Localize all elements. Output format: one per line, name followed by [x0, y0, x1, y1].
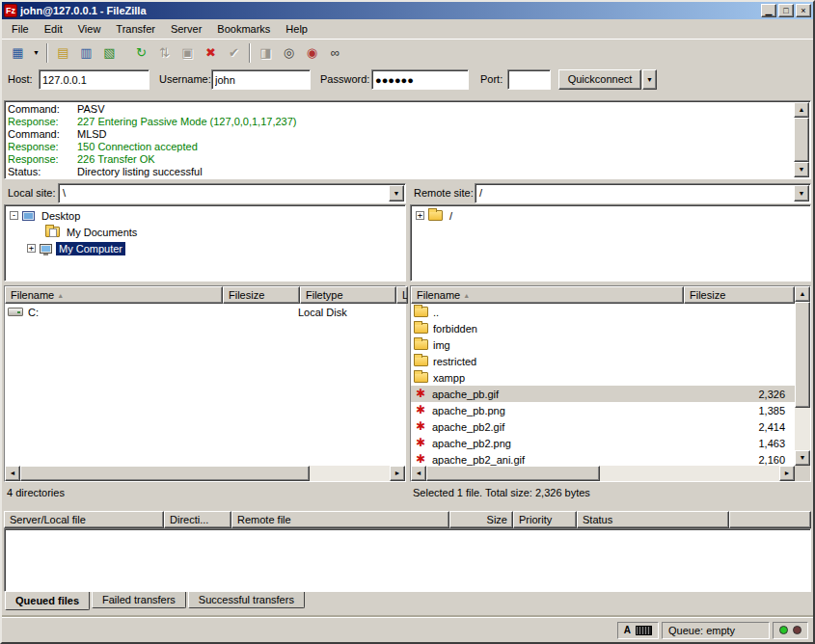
menubar: File Edit View Transfer Server Bookmarks…	[2, 19, 813, 39]
toggle-message-log-button[interactable]: ▤	[52, 42, 74, 64]
column-header-last-modified[interactable]: Last modified	[396, 286, 408, 304]
site-manager-button[interactable]: ▦	[7, 42, 29, 64]
tree-item-my-documents[interactable]: My Documents	[5, 224, 405, 240]
process-queue-button[interactable]: ⇅	[153, 42, 176, 64]
column-label: Filesize	[690, 289, 725, 301]
statusbar: A Queue: empty	[2, 617, 813, 642]
scrollbar-thumb[interactable]	[794, 118, 809, 162]
column-header-direction[interactable]: Directi...	[164, 511, 231, 528]
scroll-down-button[interactable]: ▼	[795, 450, 810, 466]
username-input[interactable]	[211, 69, 311, 90]
menu-server[interactable]: Server	[163, 20, 209, 38]
abort-button[interactable]: ✖	[200, 42, 222, 64]
local-horizontal-scrollbar[interactable]: ◄ ►	[5, 466, 405, 481]
image-file-icon: ✱	[414, 388, 427, 400]
remote-file-row[interactable]: ✱apache_pb2.gif2,414	[411, 418, 795, 435]
remote-vertical-scrollbar[interactable]: ▲ ▼	[795, 286, 810, 466]
tab-queued-files[interactable]: Queued files	[5, 592, 90, 610]
column-header-server-local-file[interactable]: Server/Local file	[4, 511, 164, 528]
column-label: Filesize	[229, 289, 264, 301]
column-header-filename[interactable]: Filename▲	[411, 286, 684, 304]
filter-files-button[interactable]: ◉	[301, 42, 323, 64]
local-site-dropdown-button[interactable]: ▼	[389, 185, 404, 201]
toggle-tree-views-button[interactable]: ▥	[75, 42, 97, 64]
remote-file-row[interactable]: forbidden	[411, 320, 795, 336]
tree-item-root[interactable]: + /	[411, 207, 810, 224]
quickconnect-dropdown-button[interactable]: ▼	[642, 69, 657, 90]
tree-item-my-computer[interactable]: + My Computer	[5, 240, 405, 256]
maximize-button[interactable]: □	[778, 4, 794, 17]
site-manager-icon: ▦	[12, 45, 23, 60]
remote-site-dropdown-button[interactable]: ▼	[794, 185, 809, 201]
column-header-priority[interactable]: Priority	[513, 511, 577, 528]
scroll-right-button[interactable]: ►	[779, 466, 795, 481]
log-line: Response:227 Entering Passive Mode (127,…	[8, 116, 791, 128]
scroll-left-button[interactable]: ◄	[5, 466, 20, 481]
column-header-remote-file[interactable]: Remote file	[231, 511, 449, 528]
site-manager-dropdown-button[interactable]: ▼	[30, 42, 42, 64]
host-input[interactable]	[39, 69, 149, 90]
menu-file[interactable]: File	[4, 20, 37, 38]
column-header-filesize[interactable]: Filesize	[684, 286, 795, 304]
column-header-size[interactable]: Size	[449, 511, 513, 528]
refresh-button[interactable]: ↻	[130, 42, 152, 64]
menu-help[interactable]: Help	[278, 20, 315, 38]
close-button[interactable]: ×	[796, 4, 811, 17]
scrollbar-thumb[interactable]	[20, 466, 310, 481]
local-site-combo[interactable]: \ ▼	[58, 183, 406, 203]
expand-icon[interactable]: +	[416, 211, 424, 220]
minimize-button[interactable]: ▁	[761, 4, 776, 17]
preview-queue-button[interactable]: ▣	[177, 42, 199, 64]
scrollbar-thumb[interactable]	[426, 466, 600, 481]
menu-edit[interactable]: Edit	[37, 20, 70, 38]
log-scrollbar[interactable]: ▲ ▼	[794, 102, 809, 177]
binoculars-icon: ∞	[331, 45, 340, 60]
scroll-up-button[interactable]: ▲	[794, 102, 809, 118]
column-label: Filetype	[306, 289, 343, 301]
remote-site-combo[interactable]: / ▼	[475, 183, 811, 203]
port-input[interactable]	[507, 69, 551, 90]
toggle-transfer-queue-button[interactable]: ▧	[98, 42, 121, 64]
find-files-button[interactable]: ◎	[278, 42, 300, 64]
window-title: john@127.0.0.1 - FileZilla	[20, 5, 758, 16]
remote-file-row[interactable]: xampp	[411, 369, 795, 386]
scrollbar-thumb[interactable]	[795, 302, 810, 408]
remote-file-row[interactable]: img	[411, 336, 795, 353]
remote-file-row-selected[interactable]: ✱apache_pb.gif2,326	[411, 386, 795, 402]
remote-file-row[interactable]: ✱apache_pb.png1,385	[411, 402, 795, 418]
synchronized-browsing-button[interactable]: ∞	[324, 42, 346, 64]
column-header-status[interactable]: Status	[577, 511, 729, 528]
menu-transfer[interactable]: Transfer	[108, 20, 163, 38]
scroll-down-button[interactable]: ▼	[794, 162, 809, 177]
column-header-filename[interactable]: Filename▲	[5, 286, 223, 304]
disconnect-button[interactable]: ✔	[223, 42, 245, 64]
expand-icon[interactable]: +	[27, 244, 36, 253]
log-line: Command:PASV	[8, 103, 791, 116]
remote-horizontal-scrollbar[interactable]: ◄ ►	[411, 466, 795, 481]
compare-directories-button[interactable]: ◨	[255, 42, 277, 64]
menu-bookmarks[interactable]: Bookmarks	[209, 20, 278, 38]
scroll-up-button[interactable]: ▲	[795, 286, 810, 302]
menu-view[interactable]: View	[70, 20, 109, 38]
scroll-right-button[interactable]: ►	[390, 466, 405, 481]
remote-file-row[interactable]: ✱apache_pb2.png1,463	[411, 435, 795, 451]
tree-item-desktop[interactable]: - Desktop	[5, 207, 405, 224]
column-label: Server/Local file	[10, 514, 86, 525]
column-header-filesize[interactable]: Filesize	[223, 286, 300, 304]
file-type: Local Disk	[298, 307, 405, 318]
scroll-left-button[interactable]: ◄	[411, 466, 426, 481]
column-label: Filename	[11, 289, 54, 301]
remote-file-row[interactable]: ✱apache_pb2_ani.gif2,160	[411, 451, 795, 466]
column-label: Priority	[519, 514, 552, 525]
local-file-row[interactable]: C: Local Disk	[5, 304, 405, 320]
tab-failed-transfers[interactable]: Failed transfers	[92, 592, 186, 608]
tab-successful-transfers[interactable]: Successful transfers	[188, 592, 305, 608]
column-header-filetype[interactable]: Filetype	[300, 286, 396, 304]
remote-file-row[interactable]: restricted	[411, 353, 795, 369]
host-label: Host:	[8, 73, 33, 85]
collapse-icon[interactable]: -	[10, 211, 18, 220]
password-input[interactable]	[371, 69, 469, 90]
log-line: Status:Directory listing successful	[8, 166, 791, 178]
remote-file-row[interactable]: ..	[411, 304, 795, 320]
quickconnect-button[interactable]: Quickconnect	[558, 69, 641, 90]
